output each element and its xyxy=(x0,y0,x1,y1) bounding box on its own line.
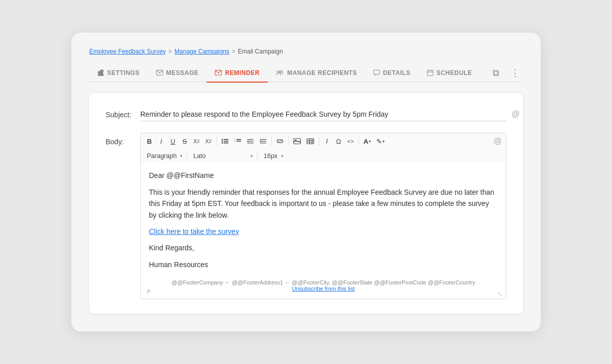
tab-actions: ⧉ ⋮ xyxy=(490,65,523,81)
paragraph-select[interactable]: Paragraph Heading 1 Heading 2 xyxy=(145,151,179,161)
omega-button[interactable]: Ω xyxy=(333,136,344,147)
svg-point-11 xyxy=(221,141,223,142)
subject-at-icon[interactable]: @ xyxy=(512,110,520,119)
svg-rect-4 xyxy=(374,70,380,74)
content-card: Subject: @ Body: B I U S X2 X2 xyxy=(89,93,523,314)
email-footer: @@FooterCompany ← @@FooterAddress1 ← @@F… xyxy=(149,279,498,292)
svg-text:2.: 2. xyxy=(234,140,236,142)
tab-settings[interactable]: SETTINGS xyxy=(89,64,148,83)
tab-bar: SETTINGS MESSAGE REMINDER MANAGE RECIPIE… xyxy=(89,64,523,83)
ordered-list-button[interactable]: 1.2. xyxy=(232,137,244,146)
underline-button[interactable]: U xyxy=(167,136,178,147)
font-color-button[interactable]: A ▾ xyxy=(361,136,373,147)
body-row: Body: B I U S X2 X2 1.2. xyxy=(106,133,506,299)
main-card: Employee Feedback Survey > Manage Campai… xyxy=(71,33,541,331)
size-chevron: ▾ xyxy=(281,153,284,159)
copy-button[interactable]: ⧉ xyxy=(490,66,502,81)
tab-details-label: DETAILS xyxy=(383,69,411,76)
survey-link-anchor[interactable]: Click here to take the survey xyxy=(149,227,239,236)
subject-input[interactable] xyxy=(140,108,506,121)
paragraph-chevron: ▾ xyxy=(180,153,183,159)
italic-text-button[interactable]: I xyxy=(321,136,333,147)
tab-reminder[interactable]: REMINDER xyxy=(207,64,268,83)
bullet-list-button[interactable] xyxy=(219,137,231,146)
gear-icon xyxy=(97,69,104,76)
image-button[interactable] xyxy=(291,137,303,146)
svg-rect-12 xyxy=(223,141,228,142)
body-label: Body: xyxy=(106,133,140,146)
people-icon xyxy=(276,70,284,75)
size-select[interactable]: 16px 12px 14px 18px xyxy=(262,151,280,161)
font-select-wrap: Lato Arial Times New Roman ▾ xyxy=(191,151,258,161)
tab-message-label: MESSAGE xyxy=(166,69,198,76)
highlight-button[interactable]: ✎ ▾ xyxy=(374,136,387,147)
svg-rect-27 xyxy=(307,139,314,144)
svg-rect-16 xyxy=(236,139,241,140)
editor-toolbar: B I U S X2 X2 1.2. xyxy=(140,133,506,149)
editor-area[interactable]: Dear @@FirstName This is your friendly r… xyxy=(140,163,506,299)
greeting-text: Dear @@FirstName xyxy=(149,170,498,181)
tab-details[interactable]: DETAILS xyxy=(365,64,419,83)
format-bar: Paragraph Heading 1 Heading 2 ▾ Lato Ari… xyxy=(140,149,506,163)
italic-button[interactable]: I xyxy=(156,136,167,147)
resize-handle[interactable]: ⤡ xyxy=(497,290,504,297)
breadcrumb: Employee Feedback Survey > Manage Campai… xyxy=(89,48,523,55)
tab-manage-recipients[interactable]: MANAGE RECIPIENTS xyxy=(268,64,365,83)
tab-schedule-label: SCHEDULE xyxy=(437,69,472,76)
envelope-icon xyxy=(156,70,163,75)
strikethrough-button[interactable]: S xyxy=(179,136,190,147)
body-editor-wrap: B I U S X2 X2 1.2. xyxy=(140,133,506,299)
subject-label: Subject: xyxy=(106,108,140,119)
calendar-icon xyxy=(427,69,434,76)
paragraph-select-wrap: Paragraph Heading 1 Heading 2 ▾ xyxy=(145,151,187,161)
svg-rect-5 xyxy=(427,70,433,75)
tab-schedule[interactable]: SCHEDULE xyxy=(419,64,480,83)
link-button[interactable] xyxy=(274,137,286,146)
svg-rect-14 xyxy=(223,143,228,144)
body-toolbar-at-icon[interactable]: @ xyxy=(494,137,502,146)
signature-line1: Kind Regards, xyxy=(149,242,498,253)
subscript-button[interactable]: X2 xyxy=(202,137,214,146)
subject-field: @ xyxy=(140,108,506,121)
decrease-indent-button[interactable] xyxy=(244,137,257,146)
breadcrumb-campaigns[interactable]: Manage Campaigns xyxy=(174,48,229,55)
envelope-active-icon xyxy=(215,70,222,75)
subject-row: Subject: @ xyxy=(106,108,506,121)
breadcrumb-sep1: > xyxy=(168,48,172,55)
breadcrumb-sep2: > xyxy=(232,48,236,55)
survey-link[interactable]: Click here to take the survey xyxy=(149,226,498,237)
code-button[interactable]: <> xyxy=(345,137,356,146)
superscript-button[interactable]: X2 xyxy=(191,137,202,146)
more-button[interactable]: ⋮ xyxy=(507,65,523,81)
signature-line2: Human Resources xyxy=(149,259,498,270)
svg-point-13 xyxy=(221,143,223,144)
tab-settings-label: SETTINGS xyxy=(107,69,140,76)
table-button[interactable] xyxy=(304,137,317,146)
chat-icon xyxy=(373,69,380,76)
font-chevron: ▾ xyxy=(250,153,253,159)
svg-rect-10 xyxy=(223,139,228,140)
breadcrumb-current: Email Campaign xyxy=(238,48,283,55)
tab-manage-recipients-label: MANAGE RECIPIENTS xyxy=(287,69,357,76)
tab-message[interactable]: MESSAGE xyxy=(148,64,207,83)
svg-point-9 xyxy=(221,139,223,141)
size-select-wrap: 16px 12px 14px 18px ▾ xyxy=(262,151,288,161)
tab-reminder-label: REMINDER xyxy=(225,69,260,76)
breadcrumb-survey[interactable]: Employee Feedback Survey xyxy=(89,48,166,55)
footer-company-info: @@FooterCompany ← @@FooterAddress1 ← @@F… xyxy=(171,279,475,285)
bold-button[interactable]: B xyxy=(144,136,155,147)
body-paragraph: This is your friendly reminder that resp… xyxy=(149,187,498,221)
svg-point-2 xyxy=(277,71,279,73)
p-tag: P xyxy=(147,289,150,295)
svg-rect-18 xyxy=(236,141,241,142)
svg-point-3 xyxy=(280,71,283,73)
increase-indent-button[interactable] xyxy=(257,137,269,146)
font-select[interactable]: Lato Arial Times New Roman xyxy=(191,151,249,161)
unsubscribe-link[interactable]: Unsubscribe from this list xyxy=(292,285,355,292)
